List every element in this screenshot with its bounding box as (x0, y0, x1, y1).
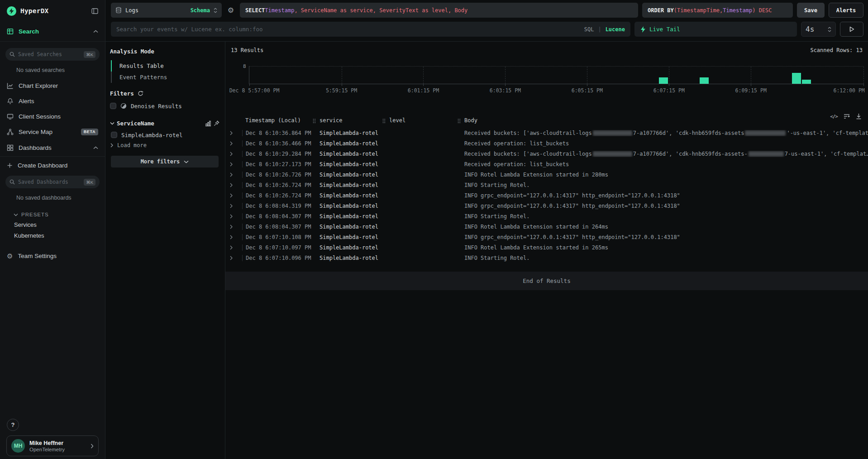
search-grid-icon (7, 28, 14, 35)
sidebar-item-dashboards[interactable]: Dashboards (0, 139, 105, 157)
source-settings-gear-icon[interactable]: ⚙ (226, 3, 236, 18)
orderby-salmon-open: (TimestampTime, (674, 7, 723, 14)
histogram-bar[interactable] (700, 77, 709, 84)
sql-select-editor[interactable]: SELECT Timestamp, ServiceName as service… (240, 3, 638, 18)
filters-title: Filters (110, 90, 134, 97)
table-row[interactable]: Dec 8 6:10:36.466 PMSimpleLambda-rotelRe… (225, 138, 868, 148)
table-row[interactable]: Dec 8 6:10:27.173 PMSimpleLambda-rotelRe… (225, 159, 868, 169)
table-row[interactable]: Dec 8 6:08:04.307 PMSimpleLambda-rotelIN… (225, 211, 868, 221)
row-expander-icon[interactable] (225, 245, 242, 250)
view-source-icon[interactable]: </> (830, 114, 838, 120)
profile-card[interactable]: MH Mike Heffner OpenTelemetry (6, 435, 99, 456)
facet-value-row[interactable]: SimpleLambda-rotel (111, 129, 219, 140)
denoise-results-row[interactable]: Denoise Results (110, 100, 219, 112)
chevron-down-icon (14, 213, 18, 216)
sql-mode-toggle[interactable]: SQL (584, 26, 594, 33)
cell-service: SimpleLambda-rotel (320, 151, 389, 157)
event-search-input[interactable] (116, 26, 580, 33)
table-row[interactable]: Dec 8 6:07:10.108 PMSimpleLambda-rotelIN… (225, 232, 868, 242)
refresh-icon[interactable] (138, 91, 143, 96)
table-row[interactable]: Dec 8 6:10:36.864 PMSimpleLambda-rotelRe… (225, 128, 868, 138)
collapse-sidebar-icon[interactable] (91, 8, 98, 14)
sidebar-item-service-map[interactable]: Service Map BETA (0, 124, 105, 139)
row-expander-icon[interactable] (225, 162, 242, 167)
drag-handle-icon[interactable] (382, 119, 386, 124)
facet-chart-icon[interactable] (205, 120, 211, 126)
table-row[interactable]: Dec 8 6:10:26.724 PMSimpleLambda-rotelIN… (225, 190, 868, 201)
sidebar-item-label: Dashboards (19, 144, 88, 151)
cell-service: SimpleLambda-rotel (320, 140, 389, 147)
load-more[interactable]: Load more (110, 140, 219, 150)
monitor-icon (7, 113, 14, 120)
source-select[interactable]: Logs Schema (111, 3, 222, 18)
saved-dashboards-input[interactable] (18, 179, 81, 185)
body-text: 7-us-east-1', 'cf-templat… (785, 151, 868, 157)
alerts-button[interactable]: Alerts (829, 3, 863, 18)
save-button[interactable]: Save (797, 3, 825, 18)
row-expander-icon[interactable] (225, 131, 242, 135)
histogram-bar[interactable] (802, 80, 811, 84)
table-row[interactable]: Dec 8 6:08:04.319 PMSimpleLambda-rotelIN… (225, 201, 868, 211)
drag-handle-icon[interactable] (313, 119, 316, 124)
table-row[interactable]: Dec 8 6:10:29.284 PMSimpleLambda-rotelRe… (225, 148, 868, 159)
row-expander-icon[interactable] (225, 214, 242, 219)
row-expander-icon[interactable] (225, 235, 242, 239)
table-row[interactable]: Dec 8 6:07:10.096 PMSimpleLambda-rotelIN… (225, 253, 868, 263)
saved-searches-input[interactable] (18, 51, 81, 57)
chart-gridline (587, 67, 587, 84)
table-row[interactable]: Dec 8 6:07:10.097 PMSimpleLambda-rotelIN… (225, 242, 868, 253)
chevron-updown-icon (214, 8, 217, 13)
sidebar-item-search[interactable]: Search (0, 22, 105, 42)
download-icon[interactable] (856, 113, 862, 120)
more-filters-button[interactable]: More filters (111, 156, 219, 167)
table-row[interactable]: Dec 8 6:10:26.724 PMSimpleLambda-rotelIN… (225, 180, 868, 190)
sidebar-item-team-settings[interactable]: ⚙ Team Settings (0, 248, 105, 263)
mode-separator: | (598, 26, 601, 33)
facet-servicename-header[interactable]: ServiceName (110, 118, 219, 129)
app-root: HyperDX Search ⌘K No saved searches Char… (0, 0, 868, 459)
table-row[interactable]: Dec 8 6:10:26.726 PMSimpleLambda-rotelIN… (225, 169, 868, 180)
live-tail-button[interactable]: Live Tail (634, 22, 797, 37)
row-expander-icon[interactable] (225, 225, 242, 229)
x-axis-tick (751, 84, 751, 86)
facet-value-checkbox[interactable] (111, 132, 117, 138)
wrap-lines-icon[interactable] (844, 113, 850, 120)
create-dashboard-button[interactable]: Create Dashboard (0, 157, 105, 174)
sidebar-item-client-sessions[interactable]: Client Sessions (0, 109, 105, 124)
column-header-label: level (389, 117, 405, 124)
x-axis-tick (587, 84, 587, 86)
pin-icon[interactable] (214, 120, 219, 126)
histogram-bar[interactable] (659, 77, 668, 84)
mode-event-patterns[interactable]: Event Patterns (111, 72, 219, 83)
chart-gridline (423, 67, 424, 84)
histogram-bar[interactable] (792, 73, 801, 84)
sidebar-item-alerts[interactable]: Alerts (0, 93, 105, 109)
presets-toggle[interactable]: PRESETS (14, 212, 105, 217)
sidebar-item-label: Client Sessions (19, 113, 98, 120)
cell-body: Received operation: list_buckets (464, 161, 868, 167)
mode-results-table[interactable]: Results Table (111, 60, 219, 72)
order-by-editor[interactable]: ORDER BY (TimestampTime, Timestamp) DESC (642, 3, 793, 18)
table-row[interactable]: Dec 8 6:08:04.307 PMSimpleLambda-rotelIN… (225, 221, 868, 232)
help-button[interactable]: ? (7, 419, 19, 431)
row-expander-icon[interactable] (225, 152, 242, 156)
row-expander-icon[interactable] (225, 256, 242, 260)
profile-info: Mike Heffner OpenTelemetry (29, 440, 86, 452)
search-icon (10, 179, 15, 185)
sidebar-item-chart-explorer[interactable]: Chart Explorer (0, 78, 105, 93)
denoise-checkbox[interactable] (110, 103, 116, 109)
row-expander-icon[interactable] (225, 183, 242, 187)
row-expander-icon[interactable] (225, 172, 242, 177)
drag-handle-icon[interactable] (458, 119, 461, 124)
row-expander-icon[interactable] (225, 141, 242, 146)
hyperdx-logo-icon (7, 6, 16, 16)
body-text: '-us-east-1', 'cf-templat… (787, 130, 868, 136)
run-query-button[interactable] (840, 22, 863, 37)
refresh-interval-select[interactable]: 4s (801, 22, 836, 37)
preset-kubernetes[interactable]: Kubernetes (0, 230, 105, 241)
row-expander-icon[interactable] (225, 204, 242, 208)
body-text: Received operation: list_buckets (464, 161, 569, 167)
lucene-mode-toggle[interactable]: Lucene (606, 26, 625, 33)
preset-services[interactable]: Services (0, 219, 105, 230)
row-expander-icon[interactable] (225, 193, 242, 198)
